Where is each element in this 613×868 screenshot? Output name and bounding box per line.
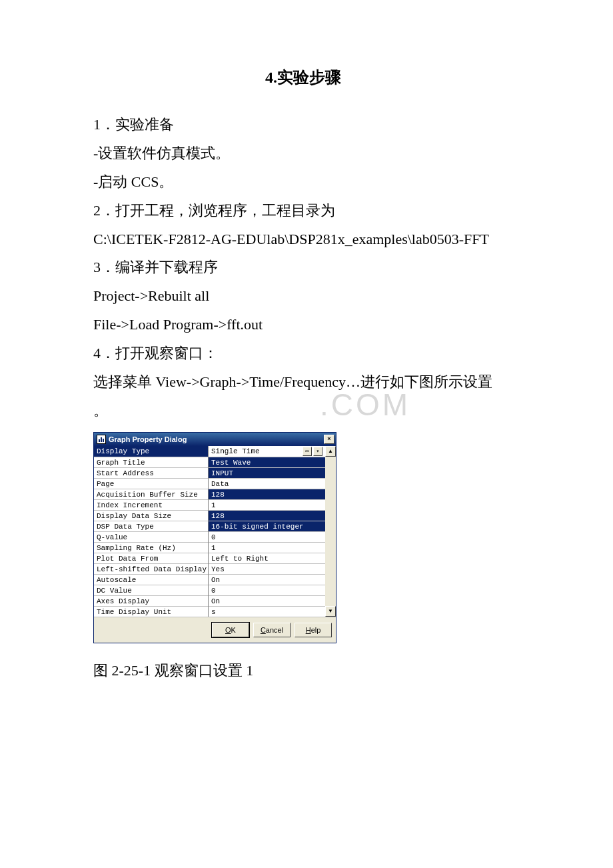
paragraph: 3．编译并下载程序 <box>93 253 546 282</box>
ellipsis-icon[interactable]: ▭ <box>303 447 312 456</box>
scroll-track[interactable] <box>325 457 336 606</box>
property-label[interactable]: Left-shifted Data Display <box>94 563 208 574</box>
property-value[interactable]: Yes <box>209 563 325 574</box>
property-value[interactable]: Single Time▭▾ <box>209 446 325 457</box>
dialog-app-icon <box>97 435 106 444</box>
property-value[interactable]: 16-bit signed integer <box>209 521 325 531</box>
scroll-up-button[interactable]: ▲ <box>325 446 336 457</box>
body-text-block: 1．实验准备 -设置软件仿真模式。 -启动 CCS。 2．打开工程，浏览程序，工… <box>93 111 546 425</box>
document-page: 4.实验步骤 1．实验准备 -设置软件仿真模式。 -启动 CCS。 2．打开工程… <box>0 0 613 868</box>
svg-rect-1 <box>101 437 102 442</box>
paragraph: -启动 CCS。 <box>93 168 546 197</box>
property-value-text: Single Time <box>211 446 301 457</box>
dialog-titlebar[interactable]: Graph Property Dialog × <box>94 433 336 446</box>
property-values-column: Single Time▭▾Test WaveINPUTData128112816… <box>209 446 325 617</box>
paragraph: File->Load Program->fft.out <box>93 311 546 339</box>
paragraph: 2．打开工程，浏览程序，工程目录为 <box>93 197 546 225</box>
property-label[interactable]: DSP Data Type <box>94 521 208 531</box>
help-button[interactable]: Help <box>295 623 332 637</box>
property-value[interactable]: s <box>209 606 325 617</box>
svg-rect-2 <box>103 439 104 442</box>
property-label[interactable]: Time Display Unit <box>94 606 208 617</box>
property-value[interactable]: Data <box>209 478 325 489</box>
cancel-button[interactable]: Cancel <box>253 623 291 637</box>
property-value[interactable]: 1 <box>209 499 325 510</box>
ok-button[interactable]: OK <box>212 623 249 637</box>
property-label[interactable]: Axes Display <box>94 595 208 606</box>
property-label[interactable]: Graph Title <box>94 457 208 467</box>
property-value[interactable]: Left to Right <box>209 553 325 563</box>
property-value[interactable]: 128 <box>209 510 325 521</box>
paragraph: 4．打开观察窗口： <box>93 339 546 368</box>
property-label[interactable]: DC Value <box>94 585 208 595</box>
paragraph: C:\ICETEK-F2812-AG-EDUlab\DSP281x_exampl… <box>93 225 546 254</box>
property-value[interactable]: INPUT <box>209 467 325 478</box>
dialog-button-row: OK Cancel Help <box>94 617 336 643</box>
property-label[interactable]: Start Address <box>94 467 208 478</box>
paragraph: Project->Rebuilt all <box>93 282 546 311</box>
section-heading: 4.实验步骤 <box>60 67 546 88</box>
property-label[interactable]: Acquisition Buffer Size <box>94 489 208 499</box>
property-value[interactable]: Test Wave <box>209 457 325 467</box>
property-labels-column: Display TypeGraph TitleStart AddressPage… <box>94 446 209 617</box>
property-label[interactable]: Autoscale <box>94 574 208 585</box>
scrollbar[interactable]: ▲ ▼ <box>325 446 336 617</box>
paragraph: 1．实验准备 <box>93 111 546 139</box>
scroll-down-button[interactable]: ▼ <box>325 606 336 617</box>
property-label[interactable]: Display Type <box>94 446 208 457</box>
dropdown-icon[interactable]: ▾ <box>313 447 322 456</box>
property-value[interactable]: 1 <box>209 542 325 553</box>
figure-caption: 图 2-25-1 观察窗口设置 1 <box>93 661 546 681</box>
svg-rect-0 <box>99 439 100 442</box>
close-button[interactable]: × <box>324 435 334 444</box>
property-value[interactable]: On <box>209 574 325 585</box>
paragraph: -设置软件仿真模式。 <box>93 139 546 168</box>
property-value[interactable]: 128 <box>209 489 325 499</box>
dialog-title: Graph Property Dialog <box>109 435 321 443</box>
watermark-text: .COM <box>320 387 410 423</box>
property-value[interactable]: On <box>209 595 325 606</box>
property-label[interactable]: Page <box>94 478 208 489</box>
property-value[interactable]: 0 <box>209 531 325 542</box>
property-value[interactable]: 0 <box>209 585 325 595</box>
property-label[interactable]: Q-value <box>94 531 208 542</box>
property-label[interactable]: Plot Data From <box>94 553 208 563</box>
property-label[interactable]: Display Data Size <box>94 510 208 521</box>
property-label[interactable]: Sampling Rate (Hz) <box>94 542 208 553</box>
property-grid: Display TypeGraph TitleStart AddressPage… <box>94 446 336 617</box>
property-label[interactable]: Index Increment <box>94 499 208 510</box>
graph-property-dialog: Graph Property Dialog × Display TypeGrap… <box>93 432 336 643</box>
